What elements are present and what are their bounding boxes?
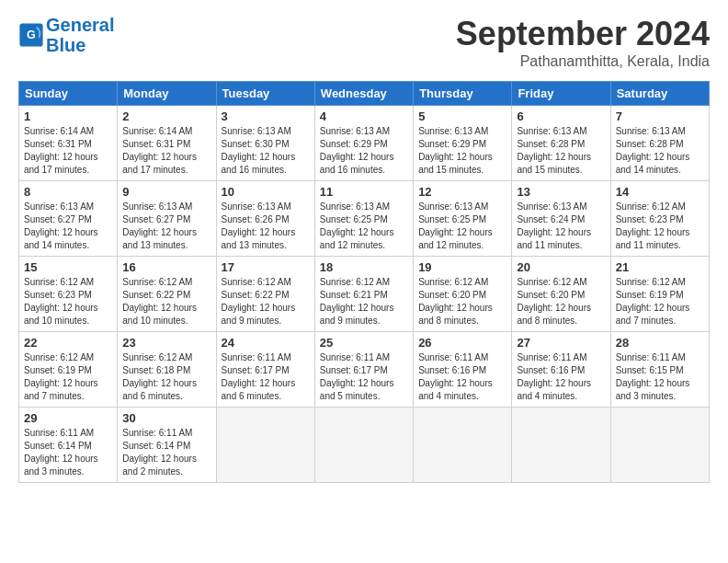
day-info: Sunrise: 6:13 AMSunset: 6:25 PMDaylight:… <box>418 201 493 250</box>
table-row: 22Sunrise: 6:12 AMSunset: 6:19 PMDayligh… <box>19 332 118 408</box>
day-number: 28 <box>616 336 704 350</box>
title-block: September 2024 Pathanamthitta, Kerala, I… <box>456 15 710 70</box>
day-number: 21 <box>616 260 704 274</box>
table-row: 6Sunrise: 6:13 AMSunset: 6:28 PMDaylight… <box>512 106 610 181</box>
day-info: Sunrise: 6:12 AMSunset: 6:19 PMDaylight:… <box>24 352 98 401</box>
day-number: 30 <box>122 411 210 425</box>
col-monday: Monday <box>118 82 216 106</box>
day-number: 10 <box>222 185 310 199</box>
table-row: 23Sunrise: 6:12 AMSunset: 6:18 PMDayligh… <box>118 332 216 408</box>
day-number: 16 <box>122 260 210 274</box>
day-number: 3 <box>222 109 310 123</box>
day-info: Sunrise: 6:13 AMSunset: 6:29 PMDaylight:… <box>418 126 493 175</box>
table-row: 9Sunrise: 6:13 AMSunset: 6:27 PMDaylight… <box>118 181 216 257</box>
page-container: G General Blue September 2024 Pathanamth… <box>0 0 728 498</box>
table-row: 13Sunrise: 6:13 AMSunset: 6:24 PMDayligh… <box>512 181 610 257</box>
table-row: 10Sunrise: 6:13 AMSunset: 6:26 PMDayligh… <box>216 181 314 257</box>
col-thursday: Thursday <box>414 82 512 106</box>
table-row: 28Sunrise: 6:11 AMSunset: 6:15 PMDayligh… <box>610 332 709 408</box>
day-info: Sunrise: 6:13 AMSunset: 6:27 PMDaylight:… <box>24 201 98 250</box>
col-friday: Friday <box>512 82 610 106</box>
day-info: Sunrise: 6:12 AMSunset: 6:19 PMDaylight:… <box>616 277 690 326</box>
day-info: Sunrise: 6:14 AMSunset: 6:31 PMDaylight:… <box>24 126 98 175</box>
day-number: 15 <box>24 260 112 274</box>
logo: G General Blue <box>18 15 114 55</box>
day-number: 13 <box>517 185 605 199</box>
day-info: Sunrise: 6:12 AMSunset: 6:20 PMDaylight:… <box>517 277 591 326</box>
day-number: 27 <box>517 336 605 350</box>
table-row <box>512 408 610 483</box>
day-number: 9 <box>122 185 210 199</box>
location-title: Pathanamthitta, Kerala, India <box>456 53 710 70</box>
day-number: 12 <box>418 185 506 199</box>
day-info: Sunrise: 6:11 AMSunset: 6:15 PMDaylight:… <box>616 352 690 401</box>
table-row: 11Sunrise: 6:13 AMSunset: 6:25 PMDayligh… <box>314 181 413 257</box>
calendar-week-row: 8Sunrise: 6:13 AMSunset: 6:27 PMDaylight… <box>19 181 710 257</box>
table-row <box>314 408 413 483</box>
day-info: Sunrise: 6:14 AMSunset: 6:31 PMDaylight:… <box>122 126 197 175</box>
day-info: Sunrise: 6:12 AMSunset: 6:22 PMDaylight:… <box>122 277 197 326</box>
day-info: Sunrise: 6:12 AMSunset: 6:22 PMDaylight:… <box>222 277 296 326</box>
table-row <box>216 408 314 483</box>
table-row: 5Sunrise: 6:13 AMSunset: 6:29 PMDaylight… <box>414 106 512 181</box>
page-header: G General Blue September 2024 Pathanamth… <box>18 15 710 70</box>
table-row: 30Sunrise: 6:11 AMSunset: 6:14 PMDayligh… <box>118 408 216 483</box>
day-info: Sunrise: 6:12 AMSunset: 6:21 PMDaylight:… <box>320 277 394 326</box>
day-number: 23 <box>122 336 210 350</box>
calendar-table: Sunday Monday Tuesday Wednesday Thursday… <box>18 81 710 483</box>
svg-text:G: G <box>27 29 36 41</box>
day-info: Sunrise: 6:13 AMSunset: 6:28 PMDaylight:… <box>616 126 690 175</box>
calendar-week-row: 15Sunrise: 6:12 AMSunset: 6:23 PMDayligh… <box>19 257 710 332</box>
day-number: 7 <box>616 109 704 123</box>
calendar-week-row: 1Sunrise: 6:14 AMSunset: 6:31 PMDaylight… <box>19 106 710 181</box>
day-info: Sunrise: 6:11 AMSunset: 6:17 PMDaylight:… <box>222 352 296 401</box>
table-row: 24Sunrise: 6:11 AMSunset: 6:17 PMDayligh… <box>216 332 314 408</box>
day-info: Sunrise: 6:11 AMSunset: 6:14 PMDaylight:… <box>122 428 197 477</box>
day-info: Sunrise: 6:13 AMSunset: 6:27 PMDaylight:… <box>122 201 197 250</box>
table-row: 15Sunrise: 6:12 AMSunset: 6:23 PMDayligh… <box>19 257 118 332</box>
day-info: Sunrise: 6:13 AMSunset: 6:28 PMDaylight:… <box>517 126 591 175</box>
col-saturday: Saturday <box>610 82 709 106</box>
day-number: 19 <box>418 260 506 274</box>
table-row: 19Sunrise: 6:12 AMSunset: 6:20 PMDayligh… <box>414 257 512 332</box>
table-row: 26Sunrise: 6:11 AMSunset: 6:16 PMDayligh… <box>414 332 512 408</box>
day-number: 20 <box>517 260 605 274</box>
day-number: 2 <box>122 109 210 123</box>
day-number: 25 <box>320 336 408 350</box>
day-number: 18 <box>320 260 408 274</box>
day-number: 8 <box>24 185 112 199</box>
day-info: Sunrise: 6:11 AMSunset: 6:16 PMDaylight:… <box>418 352 493 401</box>
day-number: 1 <box>24 109 112 123</box>
day-number: 11 <box>320 185 408 199</box>
logo-line1: General <box>46 15 114 35</box>
table-row: 17Sunrise: 6:12 AMSunset: 6:22 PMDayligh… <box>216 257 314 332</box>
day-info: Sunrise: 6:11 AMSunset: 6:17 PMDaylight:… <box>320 352 394 401</box>
table-row: 12Sunrise: 6:13 AMSunset: 6:25 PMDayligh… <box>414 181 512 257</box>
day-info: Sunrise: 6:11 AMSunset: 6:14 PMDaylight:… <box>24 428 98 477</box>
col-wednesday: Wednesday <box>314 82 413 106</box>
table-row: 29Sunrise: 6:11 AMSunset: 6:14 PMDayligh… <box>19 408 118 483</box>
calendar-week-row: 22Sunrise: 6:12 AMSunset: 6:19 PMDayligh… <box>19 332 710 408</box>
day-info: Sunrise: 6:12 AMSunset: 6:23 PMDaylight:… <box>24 277 98 326</box>
calendar-header-row: Sunday Monday Tuesday Wednesday Thursday… <box>19 82 710 106</box>
day-info: Sunrise: 6:13 AMSunset: 6:26 PMDaylight:… <box>222 201 296 250</box>
day-number: 26 <box>418 336 506 350</box>
day-number: 24 <box>222 336 310 350</box>
table-row: 2Sunrise: 6:14 AMSunset: 6:31 PMDaylight… <box>118 106 216 181</box>
day-info: Sunrise: 6:12 AMSunset: 6:23 PMDaylight:… <box>616 201 690 250</box>
day-number: 29 <box>24 411 112 425</box>
table-row: 25Sunrise: 6:11 AMSunset: 6:17 PMDayligh… <box>314 332 413 408</box>
day-info: Sunrise: 6:13 AMSunset: 6:24 PMDaylight:… <box>517 201 591 250</box>
day-number: 6 <box>517 109 605 123</box>
table-row: 8Sunrise: 6:13 AMSunset: 6:27 PMDaylight… <box>19 181 118 257</box>
logo-line2: Blue <box>46 35 85 55</box>
day-number: 4 <box>320 109 408 123</box>
table-row: 3Sunrise: 6:13 AMSunset: 6:30 PMDaylight… <box>216 106 314 181</box>
day-number: 22 <box>24 336 112 350</box>
table-row: 1Sunrise: 6:14 AMSunset: 6:31 PMDaylight… <box>19 106 118 181</box>
table-row: 20Sunrise: 6:12 AMSunset: 6:20 PMDayligh… <box>512 257 610 332</box>
table-row: 4Sunrise: 6:13 AMSunset: 6:29 PMDaylight… <box>314 106 413 181</box>
day-number: 14 <box>616 185 704 199</box>
logo-icon: G <box>18 22 44 48</box>
day-info: Sunrise: 6:13 AMSunset: 6:30 PMDaylight:… <box>222 126 296 175</box>
